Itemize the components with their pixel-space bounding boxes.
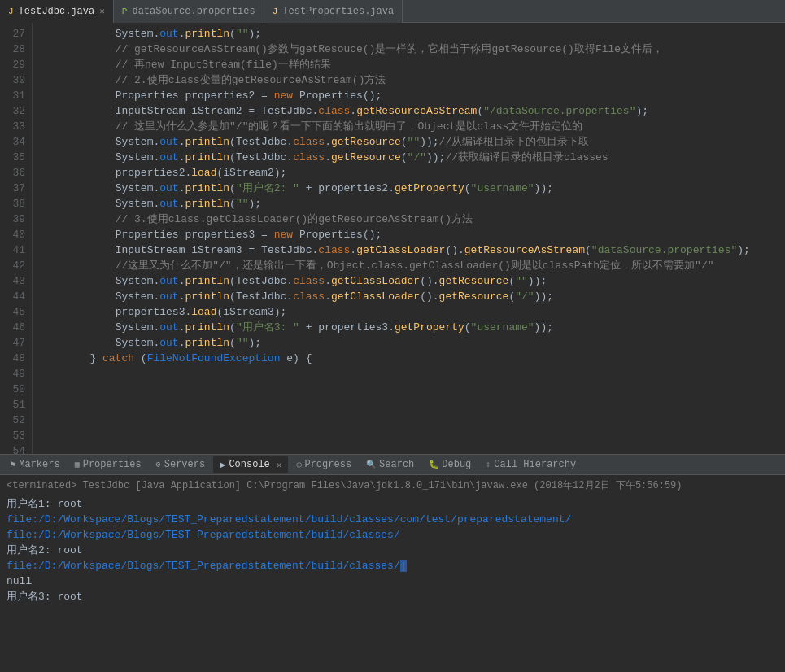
editor-area: 2728293031 3233343536 3738394041 4243444… (0, 23, 785, 454)
tab-properties[interactable]: ▦ Properties (68, 456, 148, 473)
code-line-36: System.out.println(TestJdbc.class.getRes… (39, 134, 778, 150)
code-line-34: InputStream iStream2 = TestJdbc.class.ge… (39, 103, 778, 119)
tab-bar: J TestJdbc.java ✕ P dataSource.propertie… (0, 0, 785, 23)
servers-label: Servers (164, 459, 205, 470)
code-line-49: properties3.load(iStream3); (39, 304, 778, 320)
console-output-line-9: 用户名3: root (7, 589, 778, 604)
properties-label: Properties (83, 459, 142, 470)
code-line-40: System.out.println(""); (39, 196, 778, 212)
tab-label-datasource: dataSource.properties (132, 6, 255, 17)
tab-debug[interactable]: 🐛 Debug (422, 456, 478, 473)
code-line-38: properties2.load(iStream2); (39, 165, 778, 181)
code-line-54: } catch (FileNotFoundException e) { (39, 351, 778, 366)
tab-datasource[interactable]: P dataSource.properties (114, 0, 264, 23)
tab-testproperties[interactable]: J TestProperties.java (264, 0, 403, 23)
callhierarchy-label: Call Hierarchy (494, 459, 576, 470)
console-output-line-3: file:/D:/Workspace/Blogs/TEST_Preparedst… (7, 512, 778, 527)
code-line-32: // 2.使用class变量的getResourceAsStream()方法 (39, 72, 778, 88)
console-output-line-1: 用户名1: root (7, 496, 778, 512)
progress-icon: ◷ (296, 460, 301, 469)
tab-callhierarchy[interactable]: ↕ Call Hierarchy (479, 456, 582, 473)
progress-label: Progress (304, 459, 351, 470)
java-file-icon: J (8, 7, 14, 16)
console-terminated-line: <terminated> TestJdbc [Java Application]… (7, 478, 778, 493)
callhierarchy-icon: ↕ (486, 460, 491, 469)
code-line-30: // 再new InputStream(file)一样的结果 (39, 57, 778, 72)
tab-progress[interactable]: ◷ Progress (290, 456, 358, 473)
tab-console[interactable]: ▶ Console ✕ (213, 456, 288, 473)
code-content[interactable]: System.out.println(""); // getResourceAs… (33, 23, 785, 454)
code-line-47: System.out.println(TestJdbc.class.getCla… (39, 273, 778, 289)
tab-close-testjdbc[interactable]: ✕ (99, 6, 105, 16)
console-output[interactable]: <terminated> TestJdbc [Java Application]… (0, 475, 785, 641)
code-line-33: Properties properties2 = new Properties(… (39, 88, 778, 103)
code-line-51: System.out.println(""); (39, 335, 778, 351)
console-close-icon[interactable]: ✕ (277, 460, 282, 470)
code-line-35: // 这里为什么入参是加"/"的呢？看一下下面的输出就明白了，Object是以c… (39, 119, 778, 134)
console-label: Console (229, 459, 269, 470)
code-line-39: System.out.println("用户名2: " + properties… (39, 181, 778, 196)
tab-servers[interactable]: ⚙ Servers (150, 456, 212, 473)
code-line-29: // getResourceAsStream()参数与getResouce()是… (39, 41, 778, 57)
debug-label: Debug (442, 459, 471, 470)
properties-icon: ▦ (75, 460, 80, 469)
code-line-27: System.out.println(""); (39, 26, 778, 41)
line-numbers: 2728293031 3233343536 3738394041 4243444… (0, 23, 33, 454)
markers-icon: ⚑ (10, 459, 15, 471)
console-output-line-5: 用户名2: root (7, 543, 778, 558)
code-line-44: Properties properties3 = new Properties(… (39, 227, 778, 242)
code-line-50: System.out.println("用户名3: " + properties… (39, 320, 778, 335)
markers-label: Markers (19, 459, 59, 470)
search-icon: 🔍 (366, 460, 376, 469)
tab-testjdbc[interactable]: J TestJdbc.java ✕ (0, 0, 114, 23)
tab-markers[interactable]: ⚑ Markers (3, 456, 67, 473)
code-line-45: InputStream iStream3 = TestJdbc.class.ge… (39, 242, 778, 258)
code-line-43: // 3.使用class.getClassLoader()的getResourc… (39, 212, 778, 227)
tab-search[interactable]: 🔍 Search (360, 456, 421, 473)
search-label: Search (379, 459, 414, 470)
bottom-panel: ⚑ Markers ▦ Properties ⚙ Servers ▶ Conso… (0, 454, 785, 641)
code-line-46: //这里又为什么不加"/"，还是输出一下看，Object.class.getCl… (39, 258, 778, 273)
servers-icon: ⚙ (156, 460, 161, 469)
console-output-line-7: file:/D:/Workspace/Blogs/TEST_Preparedst… (7, 558, 778, 574)
props-file-icon: P (122, 7, 128, 16)
debug-icon: 🐛 (429, 460, 438, 469)
java-file-icon2: J (273, 7, 278, 16)
tab-label-testproperties: TestProperties.java (282, 6, 394, 17)
console-icon: ▶ (220, 459, 225, 471)
code-line-48: System.out.println(TestJdbc.class.getCla… (39, 289, 778, 304)
code-line-37: System.out.println(TestJdbc.class.getRes… (39, 150, 778, 165)
bottom-tab-bar: ⚑ Markers ▦ Properties ⚙ Servers ▶ Conso… (0, 454, 785, 475)
tab-label-testjdbc: TestJdbc.java (19, 6, 95, 17)
console-output-line-4: file:/D:/Workspace/Blogs/TEST_Preparedst… (7, 527, 778, 543)
console-output-line-8: null (7, 574, 778, 589)
